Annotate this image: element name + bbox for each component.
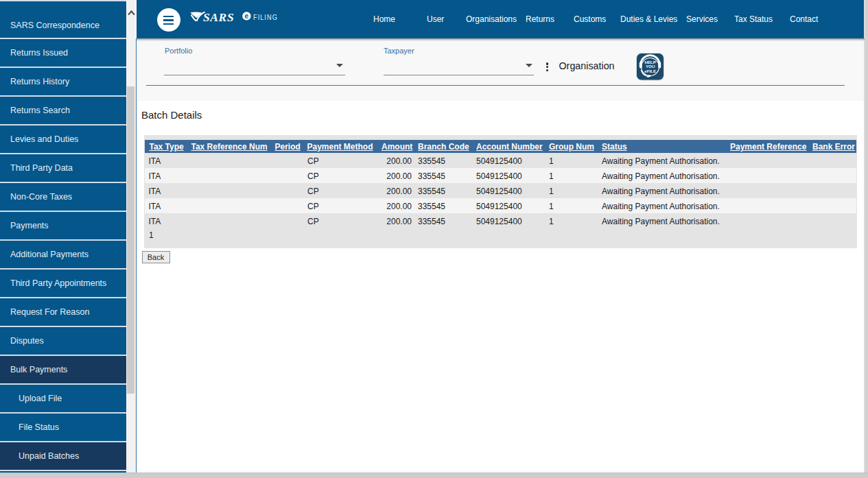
svg-text:e: e (245, 12, 249, 20)
svg-text:eFILE: eFILE (644, 69, 656, 73)
